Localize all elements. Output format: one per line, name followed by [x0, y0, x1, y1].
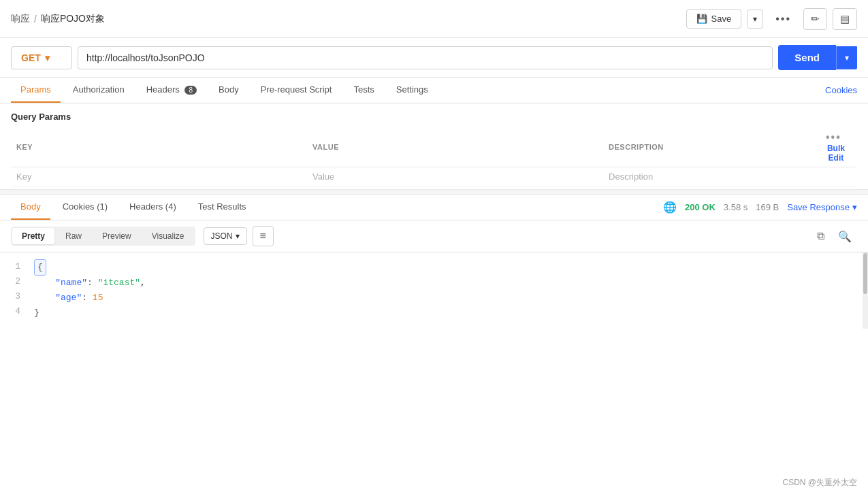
doc-icon-button[interactable]: ▤: [833, 8, 857, 30]
save-response-button[interactable]: Save Response ▾: [787, 202, 857, 212]
search-button[interactable]: 🔍: [833, 227, 857, 246]
scrollbar[interactable]: [863, 252, 868, 329]
tab-params[interactable]: Params: [11, 78, 61, 103]
col-header-value: VALUE: [307, 127, 603, 167]
header-actions: 💾 Save ▾ ••• ✏ ▤: [686, 8, 857, 30]
tab-headers[interactable]: Headers 8: [137, 78, 206, 103]
format-tab-raw[interactable]: Raw: [56, 228, 91, 244]
headers-badge: 8: [184, 86, 197, 95]
line-num-1: 1: [11, 259, 20, 274]
line-num-4: 4: [11, 304, 20, 319]
table-row: Key Value Description: [11, 167, 857, 186]
save-label: Save: [711, 14, 732, 24]
format-tab-preview[interactable]: Preview: [93, 228, 141, 244]
line-numbers: 1 2 3 4: [0, 252, 27, 329]
description-cell[interactable]: Description: [603, 167, 815, 186]
resp-tab-test-results[interactable]: Test Results: [189, 195, 256, 220]
resp-tab-body[interactable]: Body: [11, 195, 50, 220]
col-header-key: KEY: [11, 127, 307, 167]
params-section: Query Params KEY VALUE DESCRIPTION ••• B…: [0, 103, 868, 189]
response-size: 169 B: [756, 202, 779, 212]
format-tab-visualize[interactable]: Visualize: [142, 228, 194, 244]
url-bar: GET ▾ Send ▾: [0, 38, 868, 78]
document-icon: ▤: [840, 13, 850, 24]
status-badge: 200 OK: [685, 202, 716, 212]
globe-icon: 🌐: [663, 201, 677, 214]
code-line-3: "age": 15: [34, 291, 861, 306]
line-num-3: 3: [11, 289, 20, 304]
response-section: Body Cookies (1) Headers (4) Test Result…: [0, 195, 868, 329]
table-more-icon[interactable]: •••: [826, 131, 841, 143]
header: 响应 / 响应POJO对象 💾 Save ▾ ••• ✏ ▤: [0, 0, 868, 38]
send-button-group: Send ▾: [778, 45, 857, 70]
save-dropdown-button[interactable]: ▾: [747, 10, 763, 29]
format-bar: Pretty Raw Preview Visualize JSON ▾ ≡ ⧉ …: [0, 220, 868, 252]
row-actions-cell: [815, 167, 857, 186]
bulk-edit-button[interactable]: Bulk Edit: [820, 144, 852, 163]
send-button[interactable]: Send: [778, 45, 836, 70]
col-header-actions: ••• Bulk Edit: [815, 127, 857, 167]
wrap-button[interactable]: ≡: [253, 226, 274, 246]
response-tabs: Body Cookies (1) Headers (4) Test Result…: [0, 195, 868, 220]
scrollbar-thumb[interactable]: [863, 253, 867, 294]
request-tabs: Params Authorization Headers 8 Body Pre-…: [0, 78, 868, 103]
col-header-description: DESCRIPTION: [603, 127, 815, 167]
copy-icon: ⧉: [817, 230, 824, 242]
save-response-chevron-icon: ▾: [852, 202, 857, 212]
format-tabs: Pretty Raw Preview Visualize: [11, 227, 195, 246]
method-label: GET: [21, 52, 41, 63]
edit-icon-button[interactable]: ✏: [803, 8, 827, 30]
line-num-2: 2: [11, 274, 20, 289]
response-meta: 🌐 200 OK 3.58 s 169 B Save Response ▾: [663, 201, 857, 214]
code-content: { "name": "itcast", "age": 15 }: [27, 252, 868, 329]
wrap-icon: ≡: [260, 230, 266, 242]
send-dropdown-button[interactable]: ▾: [836, 46, 857, 69]
breadcrumb: 响应 / 响应POJO对象: [11, 13, 105, 25]
search-icon: 🔍: [838, 231, 852, 242]
resp-tab-cookies[interactable]: Cookies (1): [53, 195, 117, 220]
method-dropdown[interactable]: GET ▾: [11, 46, 72, 69]
code-line-4: }: [34, 306, 861, 320]
params-table: KEY VALUE DESCRIPTION ••• Bulk Edit Key …: [11, 127, 857, 186]
code-line-2: "name": "itcast",: [34, 276, 861, 291]
json-format-label: JSON: [211, 231, 233, 241]
more-options-button[interactable]: •••: [769, 9, 798, 29]
cookies-link[interactable]: Cookies: [825, 78, 857, 102]
copy-button[interactable]: ⧉: [811, 227, 830, 246]
breadcrumb-parent[interactable]: 响应: [11, 13, 30, 25]
tab-body[interactable]: Body: [209, 78, 248, 103]
key-cell[interactable]: Key: [11, 167, 307, 186]
code-area: 1 2 3 4 { "name": "itcast", "age": 15 }: [0, 252, 868, 329]
tab-authorization[interactable]: Authorization: [63, 78, 134, 103]
response-time: 3.58 s: [724, 202, 748, 212]
pencil-icon: ✏: [811, 13, 820, 24]
method-chevron-icon: ▾: [45, 52, 50, 63]
tab-pre-request-script[interactable]: Pre-request Script: [251, 78, 342, 103]
format-tab-pretty[interactable]: Pretty: [12, 228, 54, 244]
resp-tab-headers[interactable]: Headers (4): [120, 195, 186, 220]
tab-settings[interactable]: Settings: [387, 78, 438, 103]
breadcrumb-separator: /: [34, 14, 37, 24]
save-button[interactable]: 💾 Save: [686, 9, 742, 29]
json-format-dropdown[interactable]: JSON ▾: [204, 227, 247, 245]
query-params-title: Query Params: [11, 112, 857, 122]
url-input[interactable]: [78, 46, 773, 69]
value-cell[interactable]: Value: [307, 167, 603, 186]
save-disk-icon: 💾: [696, 14, 707, 24]
json-format-chevron-icon: ▾: [236, 231, 240, 241]
watermark: CSDN @失重外太空: [782, 477, 857, 489]
breadcrumb-current: 响应POJO对象: [41, 13, 105, 25]
section-divider: [0, 189, 868, 195]
tab-tests[interactable]: Tests: [344, 78, 383, 103]
code-line-1: {: [34, 259, 861, 276]
